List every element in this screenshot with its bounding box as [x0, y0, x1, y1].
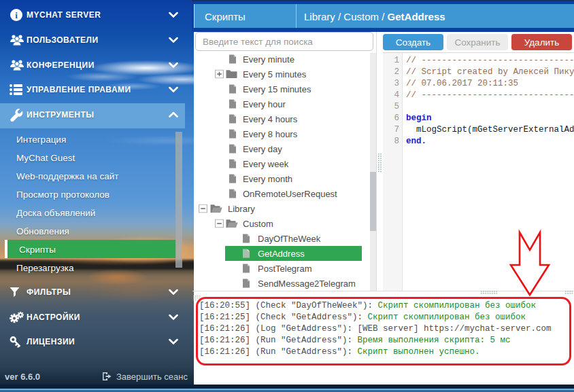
svg-text:i: i [15, 10, 18, 20]
